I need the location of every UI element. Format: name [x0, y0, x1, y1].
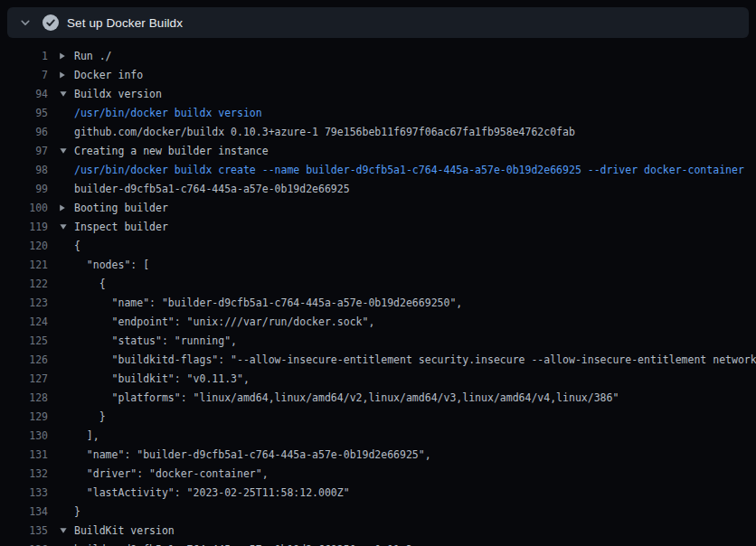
log-text: "name": "builder-d9cfb5a1-c764-445a-a57e… — [74, 297, 756, 309]
log-line: 99builder-d9cfb5a1-c764-445a-a57e-0b19d2… — [0, 179, 756, 198]
log-line: 121 "nodes": [ — [0, 255, 756, 274]
chevron-down-icon[interactable] — [56, 147, 71, 155]
log-line: 134} — [0, 502, 756, 521]
log-text: builder-d9cfb5a1-c764-445a-a57e-0b19d2e6… — [74, 183, 756, 195]
log-text: Docker info — [74, 69, 756, 81]
log-group-line[interactable]: 135BuildKit version — [0, 521, 756, 540]
log-line: 120{ — [0, 236, 756, 255]
line-number[interactable]: 99 — [0, 183, 48, 195]
log-text: ], — [74, 429, 756, 442]
line-number[interactable]: 135 — [0, 524, 48, 537]
log-text: "endpoint": "unix:///var/run/docker.sock… — [74, 315, 756, 328]
line-number[interactable]: 131 — [0, 448, 48, 461]
log-line: 123 "name": "builder-d9cfb5a1-c764-445a-… — [0, 293, 756, 312]
log-text: Creating a new builder instance — [74, 145, 756, 157]
line-number[interactable]: 126 — [0, 353, 48, 366]
line-number[interactable]: 130 — [0, 429, 48, 442]
line-number[interactable]: 97 — [0, 145, 48, 157]
log-line: 132 "driver": "docker-container", — [0, 464, 756, 483]
chevron-down-icon[interactable] — [56, 90, 71, 98]
log-line: 129 } — [0, 407, 756, 426]
line-number[interactable]: 133 — [0, 486, 48, 499]
line-number[interactable]: 136 — [0, 543, 48, 546]
step-title: Set up Docker Buildx — [67, 16, 183, 30]
log-group-line[interactable]: 97Creating a new builder instance — [0, 141, 756, 160]
line-number[interactable]: 128 — [0, 391, 48, 404]
log-group-line[interactable]: 94Buildx version — [0, 84, 756, 103]
log-line: 124 "endpoint": "unix:///var/run/docker.… — [0, 312, 756, 331]
line-number[interactable]: 120 — [0, 240, 48, 252]
chevron-right-icon[interactable] — [56, 71, 71, 80]
chevron-down-icon[interactable] — [56, 223, 71, 231]
log-text: { — [74, 240, 756, 252]
line-number[interactable]: 127 — [0, 372, 48, 385]
log-line: 125 "status": "running", — [0, 331, 756, 350]
log-line: 127 "buildkit": "v0.11.3", — [0, 369, 756, 388]
log-text: /usr/bin/docker buildx version — [74, 107, 756, 119]
log-line: 128 "platforms": "linux/amd64,linux/amd6… — [0, 388, 756, 407]
chevron-down-icon[interactable] — [56, 527, 71, 534]
log-text: "buildkitd-flags": "--allow-insecure-ent… — [74, 353, 756, 366]
log-text: "lastActivity": "2023-02-25T11:58:12.000… — [74, 486, 756, 499]
chevron-right-icon[interactable] — [56, 52, 71, 61]
log-viewer: 1Run ./7Docker info94Buildx version95/us… — [0, 38, 756, 546]
step-header[interactable]: Set up Docker Buildx — [7, 7, 749, 38]
line-number[interactable]: 124 — [0, 315, 48, 328]
log-lines: 1Run ./7Docker info94Buildx version95/us… — [0, 46, 756, 546]
check-circle-icon — [43, 14, 59, 31]
log-text: } — [74, 505, 756, 518]
line-number[interactable]: 1 — [0, 50, 48, 62]
log-text: "buildkit": "v0.11.3", — [74, 372, 756, 385]
log-line: 136builder-d9cfb5a1-c764-445a-a57e-0b19d… — [0, 540, 756, 546]
line-number[interactable]: 100 — [0, 202, 48, 214]
log-line: 131 "name": "builder-d9cfb5a1-c764-445a-… — [0, 445, 756, 464]
log-group-line[interactable]: 1Run ./ — [0, 46, 756, 65]
log-line: 126 "buildkitd-flags": "--allow-insecure… — [0, 350, 756, 369]
log-text: github.com/docker/buildx 0.10.3+azure-1 … — [74, 126, 756, 138]
line-number[interactable]: 132 — [0, 467, 48, 480]
line-number[interactable]: 134 — [0, 505, 48, 518]
line-number[interactable]: 122 — [0, 278, 48, 290]
log-text: { — [74, 278, 756, 290]
log-text: "platforms": "linux/amd64,linux/amd64/v2… — [74, 391, 756, 404]
line-number[interactable]: 98 — [0, 164, 48, 176]
line-number[interactable]: 121 — [0, 259, 48, 271]
chevron-right-icon[interactable] — [56, 203, 71, 212]
log-text: Inspect builder — [74, 221, 756, 233]
log-text: "driver": "docker-container", — [74, 467, 756, 480]
log-group-line[interactable]: 7Docker info — [0, 65, 756, 84]
chevron-down-icon[interactable] — [20, 17, 31, 28]
line-number[interactable]: 129 — [0, 410, 48, 423]
line-number[interactable]: 119 — [0, 221, 48, 233]
log-line: 122 { — [0, 274, 756, 293]
log-group-line[interactable]: 119Inspect builder — [0, 217, 756, 236]
log-text: BuildKit version — [74, 524, 756, 537]
log-line: 95/usr/bin/docker buildx version — [0, 103, 756, 122]
log-text: } — [74, 410, 756, 423]
log-line: 130 ], — [0, 426, 756, 445]
line-number[interactable]: 94 — [0, 88, 48, 100]
log-line: 133 "lastActivity": "2023-02-25T11:58:12… — [0, 483, 756, 502]
log-text: /usr/bin/docker buildx create --name bui… — [74, 164, 756, 176]
line-number[interactable]: 96 — [0, 126, 48, 138]
log-text: Buildx version — [74, 88, 756, 100]
log-line: 98/usr/bin/docker buildx create --name b… — [0, 160, 756, 179]
line-number[interactable]: 125 — [0, 334, 48, 347]
line-number[interactable]: 95 — [0, 107, 48, 119]
line-number[interactable]: 7 — [0, 69, 48, 81]
log-text: "name": "builder-d9cfb5a1-c764-445a-a57e… — [74, 448, 756, 461]
log-group-line[interactable]: 100Booting builder — [0, 198, 756, 217]
line-number[interactable]: 123 — [0, 297, 48, 309]
log-text: "nodes": [ — [74, 259, 756, 271]
log-text: builder-d9cfb5a1-c764-445a-a57e-0b19d2e6… — [74, 543, 756, 546]
log-text: Run ./ — [74, 50, 756, 62]
log-text: "status": "running", — [74, 334, 756, 347]
log-text: Booting builder — [74, 202, 756, 214]
log-line: 96github.com/docker/buildx 0.10.3+azure-… — [0, 122, 756, 141]
